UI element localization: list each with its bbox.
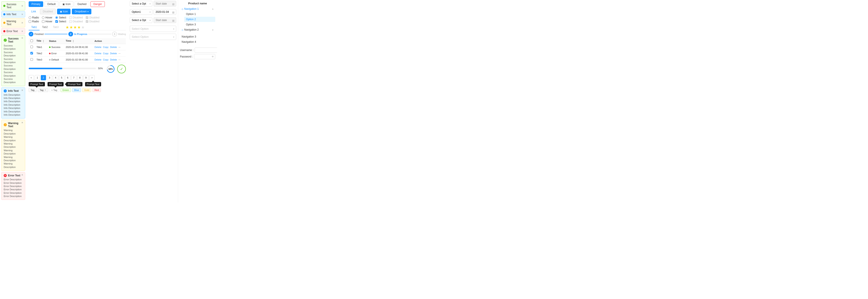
- radio-checkbox-row-2: Radio Hover Select Disabled Disabled: [29, 20, 126, 23]
- pagination-page-1[interactable]: 1: [35, 75, 40, 80]
- tooltip-2-text: Prompt Text: [48, 82, 64, 86]
- step-waiting-circle: 3: [112, 32, 117, 36]
- delete-link-2[interactable]: Delete: [95, 52, 101, 55]
- dropdown-button[interactable]: Dropdown ▾: [72, 9, 91, 14]
- nav-item-3[interactable]: Navigation 3: [180, 34, 215, 39]
- tags-row: Tag Tag ✕ + Tag Green Blue Gold Red: [29, 88, 126, 92]
- eye-icon[interactable]: 👁: [212, 55, 214, 58]
- close-info-full-button[interactable]: ✕: [21, 89, 23, 92]
- select-option-2[interactable]: Select Option ▾: [130, 34, 176, 40]
- pagination-page-9[interactable]: 9: [83, 75, 89, 80]
- copy-link-2[interactable]: Copy: [103, 52, 108, 55]
- primary-button[interactable]: Primary: [29, 1, 43, 7]
- radio-item-3[interactable]: Select: [55, 16, 66, 19]
- tag-2-close-icon[interactable]: ✕: [44, 89, 46, 91]
- more-icon-2[interactable]: ···: [119, 52, 120, 55]
- row-checkbox-2[interactable]: [30, 52, 33, 55]
- select-option-1[interactable]: Select Option ▾: [130, 26, 176, 32]
- alert-error-full-desc: Error Description Error Description Erro…: [4, 178, 23, 198]
- checkbox-item-2[interactable]: Hover: [42, 20, 52, 23]
- delete2-link-2[interactable]: Delete: [110, 52, 117, 55]
- pagination-page-6[interactable]: 6: [65, 75, 70, 80]
- checkbox-item-3[interactable]: Select: [55, 20, 66, 23]
- icon-button[interactable]: ▣ Icon: [60, 1, 73, 7]
- select-1[interactable]: Select a Option Option1 Option2: [130, 1, 152, 6]
- close-warning-simple-button[interactable]: ✕: [21, 22, 23, 24]
- nav-option-3[interactable]: Option 3: [184, 22, 215, 27]
- checkbox-item-1[interactable]: Radio: [29, 20, 39, 23]
- danger-button[interactable]: Danger: [91, 1, 104, 7]
- close-error-simple-button[interactable]: ✕: [21, 30, 23, 33]
- step-active-label: In Progress: [74, 33, 88, 35]
- more-icon-1[interactable]: ···: [119, 46, 120, 49]
- radio-input-2[interactable]: [42, 16, 44, 19]
- delete-link-1[interactable]: Delete: [95, 46, 101, 49]
- close-warning-full-button[interactable]: ✕: [21, 121, 23, 124]
- tag-red: Red: [92, 88, 101, 92]
- delete-link-3[interactable]: Delete: [95, 58, 101, 61]
- tag-add-button[interactable]: + Tag: [50, 88, 59, 92]
- icon-button-icon: ▣: [62, 3, 65, 6]
- icon-blue-button[interactable]: ▣ Icon: [57, 9, 71, 14]
- pagination-page-3[interactable]: 3: [47, 75, 52, 80]
- title-sort-icon[interactable]: ▲▼: [42, 39, 44, 42]
- time-sort-icon[interactable]: ▲▼: [72, 39, 74, 42]
- pagination-page-7[interactable]: 7: [71, 75, 76, 80]
- tag-green-label: Green: [62, 89, 69, 91]
- close-success-full-button[interactable]: ✕: [21, 37, 23, 39]
- status-dot-2: [49, 53, 51, 54]
- delete2-link-3[interactable]: Delete: [110, 58, 117, 61]
- star-3[interactable]: ★: [73, 25, 77, 30]
- radio-item-1[interactable]: Radio: [29, 16, 39, 19]
- star-4-half[interactable]: ★: [77, 25, 81, 30]
- navigation-panel: Product name ◇ Navigation 1 ∧ Option 1 O…: [178, 0, 217, 203]
- checkbox-input-2[interactable]: [42, 20, 44, 23]
- nav-section-2[interactable]: ◇ Navigation 2 ∨: [180, 27, 215, 32]
- radio-label-1: Radio: [32, 16, 39, 19]
- select-2-wrap: Option1 Option2 ▾: [130, 9, 152, 15]
- pagination-page-5[interactable]: 5: [59, 75, 64, 80]
- nav-option-2[interactable]: Option 2: [184, 17, 215, 22]
- copy-link-3[interactable]: Copy: [103, 58, 108, 61]
- pagination-page-4[interactable]: 4: [53, 75, 58, 80]
- username-input[interactable]: [195, 48, 217, 53]
- stars-rating[interactable]: ★ ★ ★ ★ ★: [65, 25, 85, 30]
- close-info-simple-button[interactable]: ✕: [21, 13, 23, 16]
- radio-input-3[interactable]: [55, 16, 58, 19]
- tab-tab1[interactable]: Tab1: [29, 24, 39, 30]
- checkbox-input-disabled-1: [69, 16, 72, 19]
- pagination-next-button[interactable]: >: [89, 75, 95, 80]
- pagination-page-8[interactable]: 8: [77, 75, 83, 80]
- link-button[interactable]: Link: [29, 9, 39, 14]
- copy-link-1[interactable]: Copy: [103, 46, 108, 49]
- close-error-full-button[interactable]: ✕: [21, 174, 23, 176]
- table-select-all-checkbox[interactable]: [30, 39, 33, 42]
- default-button[interactable]: Default: [44, 1, 58, 7]
- row-checkbox-1[interactable]: [30, 46, 33, 48]
- nav-item-4[interactable]: Navigation 4: [180, 39, 215, 44]
- select-3[interactable]: Select a Option Option1: [130, 17, 152, 23]
- dashed-button[interactable]: Dashed: [75, 1, 89, 7]
- more-icon-3[interactable]: ···: [119, 58, 120, 61]
- radio-item-2[interactable]: Hover: [42, 16, 52, 19]
- delete2-link-1[interactable]: Delete: [110, 46, 117, 49]
- radio-input-1[interactable]: [29, 16, 31, 19]
- select-2[interactable]: Option1 Option2: [130, 9, 152, 15]
- tab-tab2[interactable]: Tab2: [39, 24, 50, 30]
- pagination-prev-button[interactable]: <: [29, 75, 34, 80]
- datepicker-1: [154, 1, 176, 6]
- close-success-simple-button[interactable]: ✕: [21, 5, 23, 7]
- nav-section-1[interactable]: ◇ Navigation 1 ∧: [180, 6, 215, 11]
- checkbox-input-1[interactable]: [29, 20, 31, 23]
- button-row-2: Link Disabled ▣ Icon Dropdown ▾: [29, 9, 126, 14]
- nav-option-1[interactable]: Option 1: [184, 11, 215, 17]
- radio-checkbox-row-1: Radio Hover Select Disabled Disabled: [29, 16, 126, 19]
- star-5-empty[interactable]: ★: [81, 25, 85, 30]
- star-2[interactable]: ★: [69, 25, 73, 30]
- checkbox-input-3[interactable]: [55, 20, 58, 23]
- steps: ✓ Finished 2 In Progress 3 Waiting: [29, 32, 126, 36]
- pagination-page-2[interactable]: 2: [41, 75, 46, 80]
- datepicker-2[interactable]: [154, 9, 176, 15]
- star-1[interactable]: ★: [65, 25, 69, 30]
- row-checkbox-3[interactable]: [30, 58, 33, 61]
